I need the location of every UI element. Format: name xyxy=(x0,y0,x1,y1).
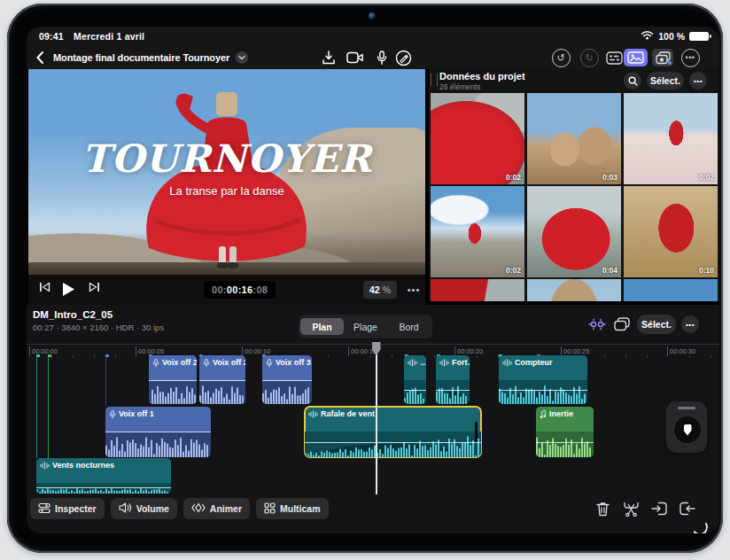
jog-wheel[interactable] xyxy=(666,401,707,453)
overlap-clips-icon[interactable] xyxy=(612,315,632,333)
more-icon[interactable]: ••• xyxy=(680,49,700,66)
multicam-grid-icon xyxy=(264,502,276,516)
export-icon[interactable] xyxy=(319,49,338,66)
overwrite-clip-icon[interactable] xyxy=(679,500,696,517)
inspector-icon[interactable] xyxy=(604,49,624,66)
clip-volume-line[interactable] xyxy=(499,390,587,391)
status-time: 09:41 xyxy=(39,31,64,42)
timeline-clip[interactable]: Voix off 2 xyxy=(149,355,197,404)
clip-volume-line[interactable] xyxy=(36,487,171,488)
timeline-clip[interactable]: Voix off 2 xyxy=(199,355,245,404)
timeline-clip[interactable]: Compteur xyxy=(499,355,587,404)
search-icon[interactable] xyxy=(624,72,641,89)
media-thumbnail-wheat-field-man[interactable]: 0:10 xyxy=(624,186,718,277)
browser-select-button[interactable]: Sélect. xyxy=(647,72,684,89)
clip-volume-line[interactable] xyxy=(105,432,211,432)
back-button[interactable] xyxy=(35,50,50,66)
timeline-more-icon[interactable]: ••• xyxy=(681,315,699,333)
panel-drag-handle[interactable] xyxy=(431,74,438,86)
keyframe-icon xyxy=(191,502,206,515)
timeline-tabs: PlanPlageBord xyxy=(299,315,432,338)
media-thumbnail-cappadocia-rocks[interactable]: 0:03 xyxy=(527,93,621,184)
media-thumbnail-badlands-dancer[interactable]: 0:02 xyxy=(431,186,524,277)
viewer-zoom-control[interactable]: 42 % xyxy=(363,281,397,299)
app-screen: 09:41 Mercredi 1 avril 100 % Montage fin… xyxy=(27,27,719,533)
clip-volume-line[interactable] xyxy=(404,390,426,391)
project-media-browser: Données du projet 26 éléments Sélect. ••… xyxy=(429,69,719,301)
clip-volume-line[interactable] xyxy=(262,380,312,381)
thumbnail-duration: 0:04 xyxy=(602,266,617,275)
pencil-icon[interactable] xyxy=(393,49,413,66)
media-thumbnail-dervish-spin[interactable]: 0:04 xyxy=(527,186,621,277)
browser-title: Données du projet xyxy=(439,71,525,82)
sfx-clip-icon xyxy=(502,359,512,369)
clip-volume-line[interactable] xyxy=(149,380,197,381)
clip-waveform-area xyxy=(499,380,587,404)
media-thumbnail-salt-flat-dancer[interactable]: 0:02 xyxy=(624,93,718,184)
button-label: Animer xyxy=(210,503,242,514)
clip-volume-line[interactable] xyxy=(536,442,594,443)
timeline-clip[interactable]: Voix off 1 xyxy=(105,407,211,457)
voice-clip-icon xyxy=(109,410,116,421)
clip-volume-line[interactable] xyxy=(305,442,481,443)
clip-header: Fort… xyxy=(436,355,470,383)
clip-name: … xyxy=(420,358,426,367)
status-right: 100 % xyxy=(641,30,709,42)
media-thumbnail-red-dervish-closeup[interactable]: 0:02 xyxy=(431,93,524,184)
timeline-clip[interactable]: Voix off 3 xyxy=(262,355,312,404)
previous-frame-icon[interactable] xyxy=(39,282,50,292)
clips-star-icon[interactable] xyxy=(652,49,673,66)
media-thumbnail-hat-closeup[interactable] xyxy=(527,279,621,301)
clip-name: Compteur xyxy=(515,358,553,367)
trash-icon[interactable] xyxy=(594,500,611,517)
clip-name: Inertie xyxy=(549,409,573,418)
multicam-button[interactable]: Multicam xyxy=(256,498,329,519)
jog-dial[interactable] xyxy=(673,416,702,444)
wifi-icon xyxy=(641,30,654,42)
inspecter-button[interactable]: Inspecter xyxy=(30,498,105,519)
tab-plage[interactable]: Plage xyxy=(344,318,387,335)
timeline-select-button[interactable]: Sélect. xyxy=(637,315,676,334)
clip-header: Voix off 2 xyxy=(199,355,245,383)
media-thumbnail-red-jacket-closeup[interactable] xyxy=(431,279,524,301)
button-label: Multicam xyxy=(280,503,321,514)
media-thumbnail-sky-clouds[interactable] xyxy=(624,279,718,301)
transport-bar: 00:00:16:08 42 % ••• xyxy=(28,275,425,305)
play-button[interactable] xyxy=(62,282,75,297)
ruler-tick xyxy=(94,355,95,358)
timeline-clip[interactable]: Inertie xyxy=(536,407,594,457)
animer-button[interactable]: Animer xyxy=(183,498,250,519)
project-title-menu[interactable]: Montage final documentaire Tournoyer xyxy=(53,51,248,64)
timeline-clip[interactable]: … xyxy=(404,355,426,404)
insert-clip-icon[interactable] xyxy=(650,500,668,517)
blade-scissors-icon[interactable] xyxy=(622,500,640,517)
browser-more-icon[interactable]: ••• xyxy=(689,72,707,89)
next-frame-icon[interactable] xyxy=(89,282,100,292)
clip-volume-line[interactable] xyxy=(436,390,470,391)
viewer-more-icon[interactable]: ••• xyxy=(404,281,423,299)
clip-volume-line[interactable] xyxy=(199,380,245,381)
inspector-sliders-icon xyxy=(38,502,50,516)
timeline-panel: DM_Intro_C2_05 00:27 · 3840 × 2160 · HDR… xyxy=(27,305,719,533)
ruler-tick xyxy=(604,355,605,358)
sfx-clip-icon xyxy=(40,462,50,471)
zoom-unit: % xyxy=(383,284,391,295)
timeline-clip[interactable]: Fort… xyxy=(436,355,470,404)
magnetic-timeline-icon[interactable] xyxy=(587,315,607,333)
timeline-clip[interactable]: Rafale de vent xyxy=(305,407,481,457)
media-browser-icon[interactable] xyxy=(624,49,648,66)
chevron-down-icon xyxy=(236,51,248,64)
playhead[interactable] xyxy=(376,342,377,494)
mic-icon[interactable] xyxy=(372,49,392,66)
tab-bord[interactable]: Bord xyxy=(387,318,431,335)
timeline-clip-title: DM_Intro_C2_05 xyxy=(33,309,113,320)
undo-icon[interactable]: ↺ xyxy=(551,49,571,66)
timecode-display[interactable]: 00:00:16:08 xyxy=(204,281,276,299)
clip-header: Vents nocturnes xyxy=(36,458,171,486)
redo-icon[interactable]: ↻ xyxy=(579,49,599,66)
clip-waveform-area xyxy=(199,380,245,404)
volume-button[interactable]: Volume xyxy=(111,498,177,519)
timeline-clip[interactable]: Vents nocturnes xyxy=(36,458,171,494)
camera-icon[interactable] xyxy=(346,49,365,66)
tab-plan[interactable]: Plan xyxy=(300,318,344,335)
